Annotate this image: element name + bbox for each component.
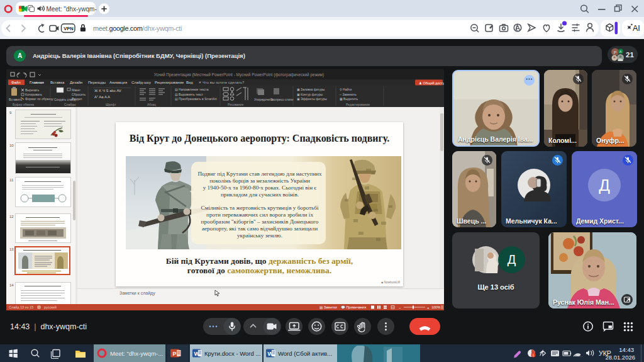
- svg-text:AI: AI: [633, 24, 640, 33]
- svg-text:▣ Эффекты фигуры: ▣ Эффекты фигуры: [297, 97, 327, 101]
- svg-text:Ж K Ч S abc AV: Ж K Ч S abc AV: [94, 89, 121, 93]
- svg-text:▩ Выделить: ▩ Выделить: [340, 97, 358, 101]
- svg-text:русский: русский: [44, 305, 57, 309]
- svg-text:Вставить: Вставить: [9, 98, 23, 101]
- svg-text:Крути.docx - Word ...: Крути.docx - Word ...: [204, 350, 260, 357]
- svg-text:+: +: [427, 306, 430, 310]
- svg-text:P: P: [173, 351, 177, 357]
- svg-text:Анимация: Анимация: [109, 81, 127, 84]
- svg-text:╌ Заменить: ╌ Заменить: [340, 93, 357, 96]
- svg-text:Вставка: Вставка: [50, 81, 65, 84]
- svg-text:Слайд-шоу: Слайд-шоу: [131, 81, 151, 84]
- svg-text:meet.google.com/dhx-ywqm-cti: meet.google.com/dhx-ywqm-cti: [93, 25, 182, 32]
- svg-text:Переходы: Переходы: [88, 81, 106, 84]
- svg-text:Meet: "dhx-ywqm-: Meet: "dhx-ywqm-: [47, 6, 97, 13]
- svg-text:1: 1: [533, 353, 535, 357]
- svg-text:▣ Контур фигуры: ▣ Контур фигуры: [297, 93, 323, 96]
- svg-text:Формат по образцу: Формат по образцу: [25, 97, 53, 101]
- svg-text:Рецензирование: Рецензирование: [155, 81, 184, 84]
- svg-text:▤ Выровнять текст: ▤ Выровнять текст: [175, 93, 204, 96]
- svg-text:Абзац: Абзац: [147, 103, 156, 106]
- svg-text:А: А: [619, 50, 622, 54]
- svg-text:Вырезать: Вырезать: [25, 88, 40, 92]
- svg-text:Слайд 13 из 15: Слайд 13 из 15: [9, 305, 33, 309]
- svg-text:Экспресс-стили: Экспресс-стили: [270, 98, 294, 101]
- svg-text:−: −: [399, 306, 401, 310]
- svg-text:Рисование: Рисование: [228, 103, 243, 106]
- svg-text:28.01.2026: 28.01.2026: [605, 354, 635, 361]
- svg-text:Word (Сбой актив...: Word (Сбой актив...: [278, 350, 332, 357]
- svg-text:♟ Общий доступ: ♟ Общий доступ: [419, 81, 444, 85]
- svg-text:Раздел: Раздел: [72, 97, 82, 101]
- svg-text:Усний Презентация (Местный Pow: Усний Презентация (Местный PowerPoint - …: [154, 72, 325, 77]
- svg-text:☀ Что вы хотите сделать?: ☀ Что вы хотите сделать?: [198, 81, 245, 84]
- svg-text:Шрифт: Шрифт: [106, 103, 116, 106]
- svg-text:100%: 100%: [431, 305, 440, 309]
- svg-text:Главная: Главная: [30, 81, 44, 84]
- svg-text:Слайды: Слайды: [64, 103, 76, 106]
- svg-text:Дизайн: Дизайн: [70, 81, 82, 84]
- svg-text:⚲ Найти: ⚲ Найти: [340, 88, 352, 91]
- svg-text:14:43: 14:43: [619, 346, 634, 353]
- svg-text:▤ Направление текста: ▤ Направление текста: [175, 88, 209, 91]
- svg-text:▤ Заметки: ▤ Заметки: [319, 305, 337, 309]
- svg-text:▤ Преобразовать в SmartArt: ▤ Преобразовать в SmartArt: [175, 97, 217, 101]
- svg-text:Meet: "dhx-ywqm-...: Meet: "dhx-ywqm-...: [110, 350, 163, 357]
- svg-text:A‟ Aa A A: A‟ Aa A A: [94, 95, 110, 99]
- svg-text:▣ Заливка фигуры: ▣ Заливка фигуры: [297, 88, 325, 91]
- svg-text:Буфер обмена: Буфер обмена: [13, 103, 34, 106]
- svg-text:Р: Р: [614, 50, 617, 55]
- svg-text:Файл: Файл: [11, 81, 21, 84]
- svg-text:Редактирование: Редактирование: [346, 103, 370, 106]
- svg-text:Копировать: Копировать: [25, 93, 42, 96]
- svg-text:💬 Примечания: 💬 Примечания: [341, 305, 366, 310]
- svg-text:VPN: VPN: [64, 26, 73, 31]
- svg-text:Вид: Вид: [186, 81, 193, 84]
- svg-text:Макет: Макет: [72, 88, 81, 92]
- svg-text:Сбросить: Сбросить: [72, 93, 86, 96]
